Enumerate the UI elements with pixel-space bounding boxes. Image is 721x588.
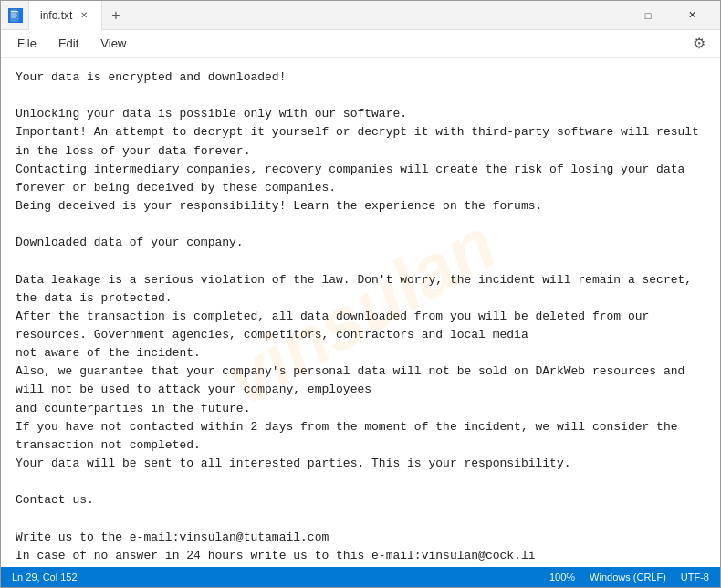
text-line: Unlocking your data is possible only wit… bbox=[16, 105, 705, 123]
title-bar-left: info.txt ✕ + bbox=[8, 1, 583, 30]
line-ending[interactable]: Windows (CRLF) bbox=[590, 572, 666, 583]
text-content: Your data is encrypted and downloaded! U… bbox=[16, 68, 705, 567]
text-line bbox=[16, 509, 705, 528]
active-tab[interactable]: info.txt ✕ bbox=[28, 1, 102, 30]
file-menu[interactable]: File bbox=[8, 33, 46, 54]
svg-rect-3 bbox=[11, 15, 17, 16]
text-line: Contacting intermediary companies, recov… bbox=[16, 161, 705, 197]
text-editor[interactable]: Your data is encrypted and downloaded! U… bbox=[1, 58, 720, 567]
text-line: If you have not contacted within 2 days … bbox=[16, 418, 705, 455]
notepad-window: info.txt ✕ + ─ □ ✕ File Edit View ⚙ vins… bbox=[0, 0, 721, 588]
status-left: Ln 29, Col 152 bbox=[12, 572, 78, 583]
text-line: Downloaded data of your company. bbox=[16, 234, 705, 252]
status-bar: Ln 29, Col 152 100% Windows (CRLF) UTF-8 bbox=[1, 567, 720, 587]
view-menu[interactable]: View bbox=[91, 33, 135, 54]
text-line: Data leakage is a serious violation of t… bbox=[16, 271, 705, 308]
text-line: Your data will be sent to all interested… bbox=[16, 455, 705, 473]
tab-label: info.txt bbox=[40, 9, 72, 22]
text-line: and counterparties in the future. bbox=[16, 400, 705, 418]
menu-bar: File Edit View ⚙ bbox=[1, 30, 720, 58]
svg-rect-2 bbox=[11, 13, 16, 14]
text-line: Also, we guarantee that your company's p… bbox=[16, 362, 705, 399]
zoom-level[interactable]: 100% bbox=[549, 572, 575, 583]
status-right: 100% Windows (CRLF) UTF-8 bbox=[549, 572, 709, 583]
app-icon bbox=[8, 8, 23, 23]
edit-menu[interactable]: Edit bbox=[49, 33, 88, 54]
text-line: In case of no answer in 24 hours write u… bbox=[16, 547, 705, 565]
cursor-position: Ln 29, Col 152 bbox=[12, 572, 78, 583]
text-line: Being deceived is your responsibility! L… bbox=[16, 197, 705, 215]
text-line: Write us to the e-mail:vinsulan@tutamail… bbox=[16, 529, 705, 547]
window-controls: ─ □ ✕ bbox=[583, 1, 713, 30]
text-line: After the transaction is completed, all … bbox=[16, 308, 705, 344]
text-line bbox=[16, 215, 705, 234]
close-button[interactable]: ✕ bbox=[671, 1, 713, 30]
text-line bbox=[16, 87, 705, 105]
maximize-button[interactable]: □ bbox=[627, 1, 669, 30]
text-line bbox=[16, 252, 705, 270]
menu-items: File Edit View bbox=[8, 33, 135, 54]
text-line: Contact us. bbox=[16, 491, 705, 509]
new-tab-button[interactable]: + bbox=[102, 1, 129, 30]
minimize-button[interactable]: ─ bbox=[583, 1, 625, 30]
content-area: vinsulan Your data is encrypted and down… bbox=[1, 58, 720, 567]
text-line: not aware of the incident. bbox=[16, 344, 705, 362]
svg-rect-1 bbox=[11, 11, 18, 12]
text-line: Important! An attempt to decrypt it your… bbox=[16, 123, 705, 160]
title-bar: info.txt ✕ + ─ □ ✕ bbox=[1, 1, 720, 30]
text-line: Your data is encrypted and downloaded! bbox=[16, 68, 705, 87]
tab-close-button[interactable]: ✕ bbox=[78, 8, 90, 22]
text-line: Write this ID in the title of your messa… bbox=[16, 565, 705, 567]
tab-strip: info.txt ✕ + bbox=[28, 1, 130, 30]
text-line bbox=[16, 473, 705, 491]
encoding[interactable]: UTF-8 bbox=[681, 572, 709, 583]
settings-icon[interactable]: ⚙ bbox=[685, 31, 713, 56]
svg-rect-4 bbox=[11, 16, 16, 17]
